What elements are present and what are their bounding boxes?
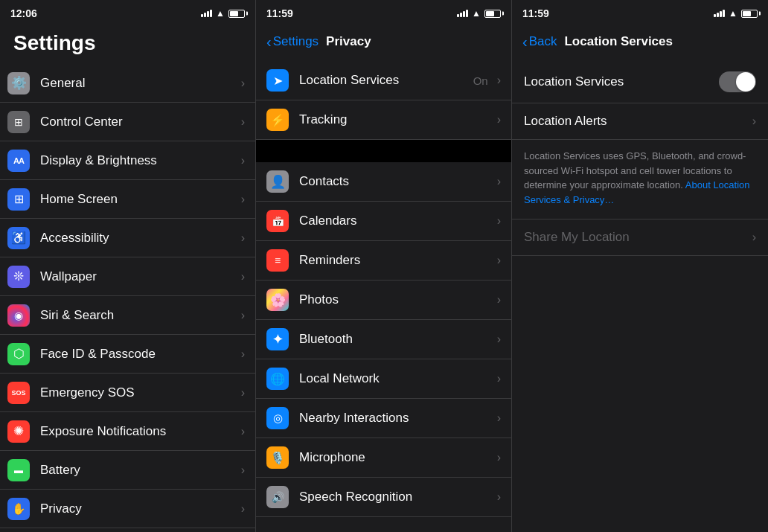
chevron-icon: › (752, 115, 756, 128)
privacy-item-nearby[interactable]: ◎ Nearby Interactions › (256, 399, 511, 438)
back-chevron-icon: ‹ (522, 33, 528, 51)
sidebar-item-sos[interactable]: SOS Emergency SOS › (0, 374, 255, 412)
sidebar-item-accessibility[interactable]: ♿ Accessibility › (0, 219, 255, 257)
settings-list: ⚙️ General › ⊞ Control Center › AA Displ… (0, 64, 255, 532)
toggle-knob (736, 72, 755, 92)
exposure-icon: ✺ (7, 420, 30, 443)
general-icon: ⚙️ (7, 72, 30, 94)
accessibility-icon: ♿ (7, 227, 30, 249)
calendars-icon: 📅 (266, 210, 289, 232)
back-button-3[interactable]: ‹ Back (522, 33, 557, 51)
microphone-icon: 🎙️ (266, 446, 289, 469)
privacy-item-speech[interactable]: 🔊 Speech Recognition › (256, 478, 511, 517)
chevron-icon: › (241, 193, 245, 206)
sidebar-item-exposure[interactable]: ✺ Exposure Notifications › (0, 412, 255, 451)
accessibility-label: Accessibility (40, 231, 237, 246)
sidebar-item-privacy[interactable]: ✋ Privacy › (0, 490, 255, 528)
privacy-item-tracking[interactable]: ⚡ Tracking › (256, 100, 511, 140)
privacy-item-location[interactable]: ➤ Location Services On › (256, 61, 511, 100)
chevron-icon: › (497, 333, 501, 346)
sidebar-item-faceid[interactable]: ⬡ Face ID & Passcode › (0, 335, 255, 374)
reminders-icon: ≡ (266, 249, 289, 272)
privacy-panel: 11:59 ▲ ‹ Settings Privacy ➤ Location Se… (256, 0, 512, 532)
sidebar-item-siri[interactable]: ◉ Siri & Search › (0, 296, 255, 335)
local-network-icon: 🌐 (266, 368, 289, 390)
chevron-icon: › (241, 77, 245, 90)
photos-icon: 🌸 (266, 289, 289, 311)
chevron-icon: › (497, 293, 501, 307)
privacy-section: ➤ Location Services On › ⚡ Tracking › 👤 … (256, 61, 511, 532)
photos-label: Photos (299, 292, 493, 307)
back-label-3: Back (529, 34, 557, 49)
tracking-label: Tracking (299, 112, 493, 127)
privacy-item-local-network[interactable]: 🌐 Local Network › (256, 359, 511, 399)
battery-icon (484, 10, 501, 18)
nav-title-2: Privacy (326, 34, 371, 49)
sidebar-item-home-screen[interactable]: ⊞ Home Screen › (0, 180, 255, 219)
battery-settings-icon: ▬ (7, 459, 30, 481)
location-icon: ➤ (266, 69, 289, 92)
display-label: Display & Brightness (40, 153, 237, 168)
siri-icon: ◉ (7, 304, 30, 327)
battery-icon (741, 10, 758, 18)
sidebar-item-general[interactable]: ⚙️ General › (0, 64, 255, 103)
chevron-icon: › (497, 175, 501, 188)
chevron-icon: › (497, 113, 501, 126)
speech-label: Speech Recognition (299, 490, 493, 504)
page-title: Settings (0, 25, 255, 64)
chevron-icon: › (497, 254, 501, 267)
signal-icon (714, 10, 725, 17)
chevron-icon: › (241, 309, 245, 322)
bluetooth-label: Bluetooth (299, 332, 493, 347)
privacy-item-calendars[interactable]: 📅 Calendars › (256, 202, 511, 241)
back-button[interactable]: ‹ Settings (266, 33, 319, 51)
location-services-label: Location Services (524, 74, 624, 89)
section-separator (256, 140, 511, 162)
home-screen-icon: ⊞ (7, 188, 30, 211)
sidebar-item-control-center[interactable]: ⊞ Control Center › (0, 103, 255, 141)
wifi-icon: ▲ (729, 8, 737, 19)
location-alerts-row[interactable]: Location Alerts › (512, 103, 768, 140)
chevron-icon: › (241, 386, 245, 400)
chevron-icon: › (241, 502, 245, 516)
status-icons-3: ▲ (714, 8, 758, 19)
privacy-item-reminders[interactable]: ≡ Reminders › (256, 241, 511, 281)
battery-label: Battery (40, 463, 237, 478)
nav-bar-2: ‹ Settings Privacy (256, 25, 511, 61)
sidebar-item-battery[interactable]: ▬ Battery › (0, 451, 255, 490)
sos-icon: SOS (7, 382, 30, 404)
sidebar-item-wallpaper[interactable]: ❊ Wallpaper › (0, 257, 255, 296)
bluetooth-icon: ✦ (266, 328, 289, 350)
nav-title-3: Location Services (564, 34, 673, 49)
location-services-toggle[interactable] (719, 71, 756, 92)
sos-label: Emergency SOS (40, 385, 237, 400)
signal-icon (457, 10, 468, 17)
tracking-icon: ⚡ (266, 109, 289, 131)
siri-label: Siri & Search (40, 308, 237, 323)
location-alerts-label: Location Alerts (524, 114, 607, 129)
nearby-label: Nearby Interactions (299, 411, 493, 426)
settings-panel: 12:06 ▲ Settings ⚙️ General › ⊞ Control … (0, 0, 256, 532)
privacy-item-contacts[interactable]: 👤 Contacts › (256, 162, 511, 202)
share-my-location-row[interactable]: Share My Location › (512, 219, 768, 256)
privacy-item-bluetooth[interactable]: ✦ Bluetooth › (256, 320, 511, 359)
back-label: Settings (273, 34, 319, 49)
general-label: General (40, 76, 237, 91)
display-icon: AA (7, 150, 30, 172)
control-center-label: Control Center (40, 115, 237, 129)
privacy-item-microphone[interactable]: 🎙️ Microphone › (256, 438, 511, 478)
faceid-icon: ⬡ (7, 343, 30, 365)
location-settings-content: Location Services Location Alerts › Loca… (512, 61, 768, 532)
back-chevron-icon: ‹ (266, 33, 272, 51)
chevron-icon: › (241, 347, 245, 361)
wallpaper-icon: ❊ (7, 266, 30, 288)
control-center-icon: ⊞ (7, 111, 30, 133)
privacy-item-photos[interactable]: 🌸 Photos › (256, 281, 511, 320)
signal-icon (201, 10, 212, 17)
location-label: Location Services (299, 73, 473, 88)
home-screen-label: Home Screen (40, 192, 237, 207)
time-2: 11:59 (266, 7, 293, 19)
microphone-label: Microphone (299, 450, 493, 465)
nav-bar-3: ‹ Back Location Services (512, 25, 768, 61)
sidebar-item-display[interactable]: AA Display & Brightness › (0, 141, 255, 180)
